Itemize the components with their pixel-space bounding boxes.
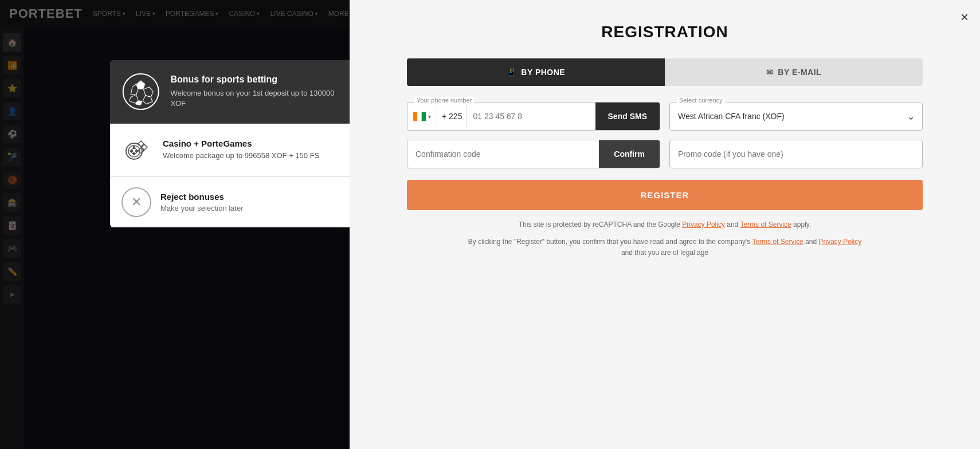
svg-rect-13 <box>133 152 135 155</box>
phone-input[interactable] <box>467 103 595 130</box>
sports-bonus-text: Bonus for sports betting Welcome bonus o… <box>170 74 345 109</box>
casino-bonus-option[interactable]: Casino + PorteGames Welcome package up t… <box>110 123 356 176</box>
svg-rect-18 <box>417 112 421 121</box>
reject-circle-icon: ✕ <box>121 187 151 217</box>
casino-icon <box>121 134 154 166</box>
registration-tabs: 📱 BY PHONE ✉ BY E-MAIL <box>407 58 923 86</box>
svg-marker-6 <box>135 100 143 105</box>
svg-rect-11 <box>135 150 138 152</box>
confirmation-promo-row: Confirm <box>407 140 923 168</box>
terms-notice: By clicking the "Register" button, you c… <box>468 237 861 258</box>
modal-title: REGISTRATION <box>601 23 728 41</box>
register-button[interactable]: REGISTER <box>407 180 923 210</box>
registration-modal: × REGISTRATION 📱 BY PHONE ✉ BY E-MAIL Yo… <box>350 0 980 449</box>
recaptcha-notice: This site is protected by reCAPTCHA and … <box>519 220 812 229</box>
svg-rect-17 <box>413 112 417 121</box>
casino-bonus-text: Casino + PorteGames Welcome package up t… <box>163 139 319 161</box>
bonus-panel: Bonus for sports betting Welcome bonus o… <box>110 60 356 227</box>
casino-bonus-desc: Welcome package up to 996558 XOF + 150 F… <box>163 151 319 161</box>
phone-country-code: + 225 <box>437 103 467 130</box>
modal-close-button[interactable]: × <box>961 9 969 25</box>
promo-code-group <box>669 140 923 168</box>
svg-marker-5 <box>143 96 152 104</box>
svg-rect-12 <box>133 146 135 149</box>
phone-currency-row: Your phone number ▾ + 225 Send SMS Selec… <box>407 102 923 131</box>
terms-of-service-link[interactable]: Terms of Service <box>740 220 791 229</box>
reject-bonus-desc: Make your selection later <box>160 204 244 212</box>
chevron-down-icon: ▾ <box>428 113 431 120</box>
terms-service-link-2[interactable]: Terms of Service <box>752 238 803 246</box>
sports-bonus-title: Bonus for sports betting <box>170 74 345 85</box>
currency-select[interactable]: West African CFA franc (XOF) USD EUR <box>670 103 922 130</box>
phone-icon: 📱 <box>507 68 517 77</box>
svg-rect-19 <box>422 112 426 121</box>
phone-label: Your phone number <box>414 97 474 104</box>
confirm-button[interactable]: Confirm <box>599 140 660 168</box>
reject-bonus-text: Reject bonuses Make your selection later <box>160 192 244 212</box>
reject-bonus-option[interactable]: ✕ Reject bonuses Make your selection lat… <box>110 176 356 227</box>
reject-bonus-title: Reject bonuses <box>160 192 244 202</box>
promo-code-input[interactable] <box>670 140 922 168</box>
currency-label: Select currency <box>677 97 725 104</box>
phone-number-group: Your phone number ▾ + 225 Send SMS <box>407 102 660 131</box>
sports-bonus-section[interactable]: Bonus for sports betting Welcome bonus o… <box>110 60 356 123</box>
casino-chips-icon <box>123 135 152 165</box>
confirmation-code-input[interactable] <box>407 140 599 168</box>
email-icon: ✉ <box>766 68 774 77</box>
send-sms-button[interactable]: Send SMS <box>595 103 660 130</box>
confirmation-code-group: Confirm <box>407 140 660 168</box>
svg-marker-3 <box>131 84 138 95</box>
svg-marker-2 <box>143 87 153 97</box>
ivory-coast-flag <box>413 112 426 121</box>
sports-bonus-desc: Welcome bonus on your 1st deposit up to … <box>170 88 345 109</box>
country-flag-select[interactable]: ▾ <box>407 103 437 130</box>
x-icon: ✕ <box>131 195 142 210</box>
tab-email[interactable]: ✉ BY E-MAIL <box>665 58 923 86</box>
tab-phone[interactable]: 📱 BY PHONE <box>407 58 665 86</box>
currency-select-group: Select currency West African CFA franc (… <box>669 102 923 131</box>
privacy-policy-link-2[interactable]: Privacy Policy <box>818 238 861 246</box>
privacy-policy-link[interactable]: Privacy Policy <box>682 220 725 229</box>
svg-rect-10 <box>130 150 133 152</box>
soccer-ball-icon <box>121 72 160 112</box>
casino-bonus-title: Casino + PorteGames <box>163 139 319 148</box>
